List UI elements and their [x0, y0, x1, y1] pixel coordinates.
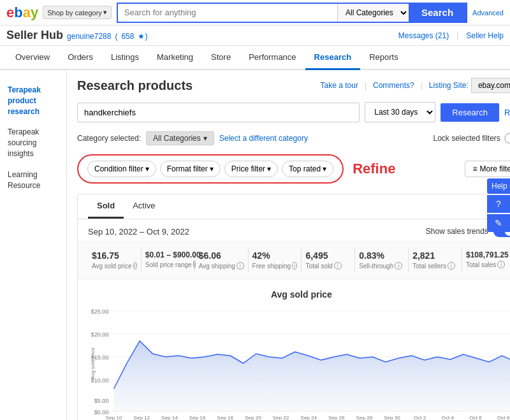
- date-trends-row: Sep 10, 2022 – Oct 9, 2022 Show sales tr…: [78, 219, 510, 241]
- tab-active[interactable]: Active: [124, 194, 164, 219]
- svg-text:Sep 12: Sep 12: [133, 415, 150, 420]
- category-value: All Categories: [153, 134, 201, 143]
- tab-research[interactable]: Research: [305, 46, 361, 70]
- listing-site-select[interactable]: ebay.com: [471, 78, 510, 93]
- messages-link[interactable]: Messages (21): [398, 31, 449, 40]
- user-rating-value: 658: [121, 32, 134, 41]
- help-edit-button[interactable]: ✎: [487, 214, 510, 232]
- info-icon-2[interactable]: i: [237, 262, 244, 270]
- svg-text:Sep 20: Sep 20: [245, 415, 261, 420]
- more-filters-button[interactable]: ≡ More filters: [465, 161, 510, 177]
- shop-by-button[interactable]: Shop by category ▾: [43, 6, 112, 19]
- stat-label-free-shipping: Free shipping i: [252, 262, 298, 270]
- seller-help-link[interactable]: Seller Help: [466, 31, 504, 40]
- tab-marketing[interactable]: Marketing: [148, 46, 202, 70]
- svg-text:Sep 14: Sep 14: [161, 415, 178, 420]
- search-input[interactable]: [118, 4, 337, 22]
- research-button[interactable]: Research: [441, 103, 499, 122]
- info-icon-0[interactable]: i: [133, 262, 137, 270]
- tab-listings[interactable]: Listings: [102, 46, 148, 70]
- format-filter-button[interactable]: Format filter ▾: [160, 161, 221, 177]
- stat-value-avg-shipping: $6.06: [199, 250, 244, 261]
- svg-text:$25.00: $25.00: [91, 308, 109, 315]
- refine-label: Refine: [353, 161, 395, 177]
- sidebar-item-sourcing-insights[interactable]: Terapeak sourcing insights: [0, 122, 66, 164]
- sidebar-item-product-research[interactable]: Terapeak product research: [0, 80, 66, 122]
- comments-link[interactable]: Comments?: [373, 81, 414, 90]
- stat-avg-sold-price: $16.75 Avg sold price i: [88, 248, 142, 272]
- svg-text:Sep 10: Sep 10: [106, 415, 122, 420]
- format-chevron-icon: ▾: [210, 164, 214, 173]
- svg-text:Oct 8: Oct 8: [497, 415, 510, 420]
- stat-label-text-4: Total sold: [305, 263, 332, 270]
- condition-filter-label: Condition filter: [94, 164, 143, 173]
- stat-value-sell-through: 0.83%: [359, 250, 404, 261]
- listing-site-label: Listing Site:: [429, 81, 469, 90]
- info-icon-4[interactable]: i: [334, 262, 342, 270]
- category-filter: Category selected: All Categories ▾ Sele…: [77, 131, 510, 145]
- stat-total-sellers: 2,821 Total sellers i: [409, 248, 462, 272]
- top-rated-label: Top rated: [289, 164, 321, 173]
- stat-sold-price-range: $0.01 – $900.00 Sold price range i: [142, 248, 195, 272]
- logo-a: a: [23, 4, 30, 21]
- link-separator: |: [456, 31, 458, 40]
- search-button[interactable]: Search: [409, 4, 466, 22]
- stat-total-sold: 6,495 Total sold i: [302, 248, 355, 272]
- advanced-link[interactable]: Advanced: [472, 9, 504, 17]
- tab-sold[interactable]: Sold: [88, 194, 124, 219]
- research-input[interactable]: [77, 103, 360, 122]
- format-filter-label: Format filter: [167, 164, 208, 173]
- reset-link[interactable]: Reset: [504, 108, 510, 117]
- lock-filter: Lock selected filters: [433, 133, 510, 144]
- stat-label-total-sellers: Total sellers i: [412, 262, 458, 270]
- price-filter-label: Price filter: [231, 164, 265, 173]
- stat-label-price-range: Sold price range i: [145, 261, 191, 268]
- tab-overview[interactable]: Overview: [6, 46, 59, 70]
- date-range-select[interactable]: Last 30 days: [365, 102, 435, 122]
- top-rated-filter-button[interactable]: Top rated ▾: [282, 161, 333, 177]
- lock-filter-label: Lock selected filters: [433, 134, 500, 143]
- info-icon-3[interactable]: i: [292, 262, 297, 270]
- ebay-logo: ebay: [6, 4, 38, 21]
- date-range-label: Sep 10, 2022 – Oct 9, 2022: [88, 227, 189, 236]
- take-tour-link[interactable]: Take a tour: [321, 81, 358, 90]
- username[interactable]: genuine7288: [67, 32, 111, 41]
- category-left: Category selected: All Categories ▾ Sele…: [77, 131, 308, 145]
- sidebar-item-learning-resource[interactable]: Learning Resource: [0, 164, 66, 196]
- tab-performance[interactable]: Performance: [240, 46, 305, 70]
- help-panel: Help ? ✎: [487, 178, 510, 232]
- help-button[interactable]: Help: [487, 178, 510, 194]
- info-icon-6[interactable]: i: [448, 262, 455, 270]
- price-chevron-icon: ▾: [267, 164, 271, 173]
- category-chevron-icon: ▾: [203, 134, 207, 143]
- lock-filter-toggle[interactable]: [504, 133, 510, 144]
- chevron-down-icon: ▾: [103, 8, 107, 17]
- hamburger-icon: ≡: [473, 164, 477, 173]
- condition-filter-button[interactable]: Condition filter ▾: [87, 161, 156, 177]
- change-category-link[interactable]: Select a different category: [219, 134, 308, 143]
- price-filter-button[interactable]: Price filter ▾: [224, 161, 278, 177]
- show-trends-label: Show sales trends: [426, 227, 488, 236]
- svg-text:Oct 4: Oct 4: [442, 415, 455, 420]
- help-question-button[interactable]: ?: [487, 195, 510, 213]
- user-rating: (: [115, 32, 117, 41]
- category-badge[interactable]: All Categories ▾: [146, 131, 214, 145]
- page-header: Research products Take a tour | Comments…: [77, 78, 510, 93]
- stat-value-total-sold: 6,495: [305, 250, 351, 261]
- category-select[interactable]: All Categories: [337, 4, 409, 22]
- info-icon-5[interactable]: i: [395, 262, 402, 270]
- logo-y: y: [31, 4, 38, 21]
- second-bar: Seller Hub genuine7288 ( 658 ★) Messages…: [0, 25, 510, 46]
- stat-label-text-0: Avg sold price: [92, 263, 132, 270]
- info-icon-7[interactable]: i: [497, 261, 505, 268]
- search-bar: All Categories Search: [117, 3, 467, 23]
- tab-orders[interactable]: Orders: [59, 46, 102, 70]
- chart-container: $25.00 $20.00 $15.00 $10.00 $5.00 $0.00: [88, 306, 510, 420]
- tab-store[interactable]: Store: [202, 46, 240, 70]
- svg-text:$5.00: $5.00: [94, 398, 109, 404]
- tab-reports[interactable]: Reports: [360, 46, 407, 70]
- more-filters-label: More filters: [480, 164, 510, 173]
- stat-label-text-6: Total sellers: [412, 263, 446, 270]
- svg-text:Sep 16: Sep 16: [189, 415, 206, 420]
- seller-links: Messages (21) | Seller Help: [398, 31, 504, 40]
